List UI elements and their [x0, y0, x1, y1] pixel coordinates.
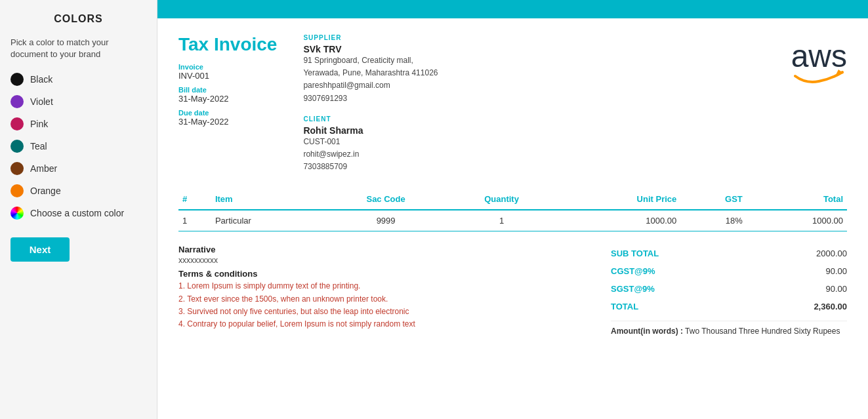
narrative-section: Narrative xxxxxxxxxx Terms & conditions …: [178, 245, 598, 336]
total-label: TOTAL: [611, 302, 638, 311]
pink-dot: [10, 117, 24, 130]
invoice-title: Tax Invoice: [178, 34, 277, 55]
supplier-section: SUPPLIER SVk TRV 91 Springboard, Creatic…: [303, 34, 791, 105]
client-details: CUST-001 rohit@swipez.in 7303885709: [303, 136, 791, 174]
col-total: Total: [747, 189, 847, 210]
invoice-panel: Tax Invoice Invoice INV-001 Bill date 31…: [157, 0, 868, 419]
col-sac: Sac Code: [325, 189, 447, 210]
panel-title: COLORS: [10, 13, 146, 25]
color-label-orange: Orange: [30, 186, 61, 196]
cell-gst: 18%: [680, 210, 747, 231]
invoice-table: # Item Sac Code Quantity Unit Price GST …: [178, 189, 847, 231]
table-header-row: # Item Sac Code Quantity Unit Price GST …: [178, 189, 847, 210]
violet-dot: [10, 95, 24, 108]
color-option-custom[interactable]: Choose a custom color: [10, 205, 146, 222]
invoice-title-section: Tax Invoice Invoice INV-001 Bill date 31…: [178, 34, 277, 132]
terms-line-4: 4. Contrary to popular belief, Lorem Ips…: [178, 318, 598, 330]
company-logo: aws: [791, 34, 847, 90]
color-label-teal: Teal: [30, 141, 47, 151]
cgst-amount: 90.00: [825, 266, 847, 276]
color-option-violet[interactable]: Violet: [10, 93, 146, 110]
invoice-parties: SUPPLIER SVk TRV 91 Springboard, Creatic…: [277, 34, 791, 173]
bill-date-label: Bill date: [178, 86, 277, 94]
amount-words-text: Two Thousand Three Hundred Sixty Rupees: [685, 327, 840, 336]
amount-words: Amount(in words) : Two Thousand Three Hu…: [611, 321, 847, 336]
next-button[interactable]: Next: [10, 237, 70, 262]
sgst-label: SGST@9%: [611, 284, 655, 294]
supplier-label: SUPPLIER: [303, 34, 791, 41]
color-panel: COLORS Pick a color to match your docume…: [0, 0, 157, 419]
panel-subtitle: Pick a color to match your document to y…: [10, 37, 146, 60]
col-gst: GST: [680, 189, 747, 210]
invoice-number: INV-001: [178, 71, 277, 81]
supplier-city: Yerawada, Pune, Maharashtra 411026: [303, 68, 438, 77]
col-price: Unit Price: [557, 189, 681, 210]
invoice-bottom: Narrative xxxxxxxxxx Terms & conditions …: [178, 245, 847, 336]
cell-total: 1000.00: [747, 210, 847, 231]
teal-dot: [10, 140, 24, 153]
client-label: CLIENT: [303, 115, 791, 123]
orange-dot: [10, 184, 24, 197]
cell-num: 1: [178, 210, 211, 231]
client-email: rohit@swipez.in: [303, 150, 359, 159]
cell-sac: 9999: [325, 210, 447, 231]
due-date-value: 31-May-2022: [178, 117, 277, 127]
client-name: Rohit Sharma: [303, 125, 791, 136]
custom-color-dot: [10, 207, 24, 220]
aws-arrow: [791, 67, 847, 90]
terms-title: Terms & conditions: [178, 269, 598, 279]
color-label-custom: Choose a custom color: [30, 208, 124, 218]
totals-section: SUB TOTAL 2000.00 CGST@9% 90.00 SGST@9% …: [611, 245, 847, 336]
narrative-text: xxxxxxxxxx: [178, 256, 598, 265]
cgst-label: CGST@9%: [611, 266, 655, 276]
terms-text: 1. Lorem Ipsum is simply dummy text of t…: [178, 280, 598, 330]
col-qty: Quantity: [447, 189, 557, 210]
cell-price: 1000.00: [557, 210, 681, 231]
col-num: #: [178, 189, 211, 210]
invoice-field-duedate: Due date 31-May-2022: [178, 109, 277, 127]
supplier-email: pareshhpatil@gmail.com: [303, 81, 390, 90]
cgst-row: CGST@9% 90.00: [611, 262, 847, 280]
invoice-field-billdate: Bill date 31-May-2022: [178, 86, 277, 104]
color-label-black: Black: [30, 74, 52, 85]
color-option-teal[interactable]: Teal: [10, 138, 146, 155]
terms-line-2: 2. Text ever since the 1500s, when an un…: [178, 293, 598, 306]
sgst-amount: 90.00: [825, 284, 847, 294]
bill-date-value: 31-May-2022: [178, 94, 277, 104]
subtotal-label: SUB TOTAL: [611, 249, 659, 258]
color-label-amber: Amber: [30, 163, 57, 174]
due-date-label: Due date: [178, 109, 277, 117]
client-phone: 7303885709: [303, 162, 347, 171]
terms-line-1: 1. Lorem Ipsum is simply dummy text of t…: [178, 280, 598, 292]
total-amount: 2,360.00: [814, 302, 847, 311]
total-row: TOTAL 2,360.00: [611, 298, 847, 315]
supplier-address: 91 Springboard, Creaticity mall, Yerawad…: [303, 54, 791, 105]
black-dot: [10, 73, 24, 86]
amber-dot: [10, 162, 24, 175]
invoice-label: Invoice: [178, 63, 277, 71]
color-label-violet: Violet: [30, 96, 53, 107]
cell-qty: 1: [447, 210, 557, 231]
sgst-row: SGST@9% 90.00: [611, 280, 847, 298]
color-option-amber[interactable]: Amber: [10, 160, 146, 177]
table-row: 1 Particular 9999 1 1000.00 18% 1000.00: [178, 210, 847, 231]
supplier-phone: 9307691293: [303, 94, 347, 103]
narrative-title: Narrative: [178, 245, 598, 254]
col-item: Item: [211, 189, 325, 210]
supplier-address-line1: 91 Springboard, Creaticity mall,: [303, 56, 413, 65]
terms-line-3: 3. Survived not only five centuries, but…: [178, 306, 598, 318]
subtotal-row: SUB TOTAL 2000.00: [611, 245, 847, 262]
color-option-black[interactable]: Black: [10, 71, 146, 88]
amount-words-prefix: Amount(in words) :: [611, 327, 683, 336]
cell-item: Particular: [211, 210, 325, 231]
subtotal-amount: 2000.00: [816, 249, 847, 258]
client-id: CUST-001: [303, 137, 340, 146]
invoice-body: Tax Invoice Invoice INV-001 Bill date 31…: [157, 18, 868, 351]
client-section: CLIENT Rohit Sharma CUST-001 rohit@swipe…: [303, 115, 791, 174]
teal-header-bar: [157, 0, 868, 18]
color-option-orange[interactable]: Orange: [10, 182, 146, 199]
invoice-field-invoice: Invoice INV-001: [178, 63, 277, 81]
color-option-pink[interactable]: Pink: [10, 115, 146, 132]
invoice-header: Tax Invoice Invoice INV-001 Bill date 31…: [178, 34, 847, 173]
color-label-pink: Pink: [30, 119, 48, 129]
